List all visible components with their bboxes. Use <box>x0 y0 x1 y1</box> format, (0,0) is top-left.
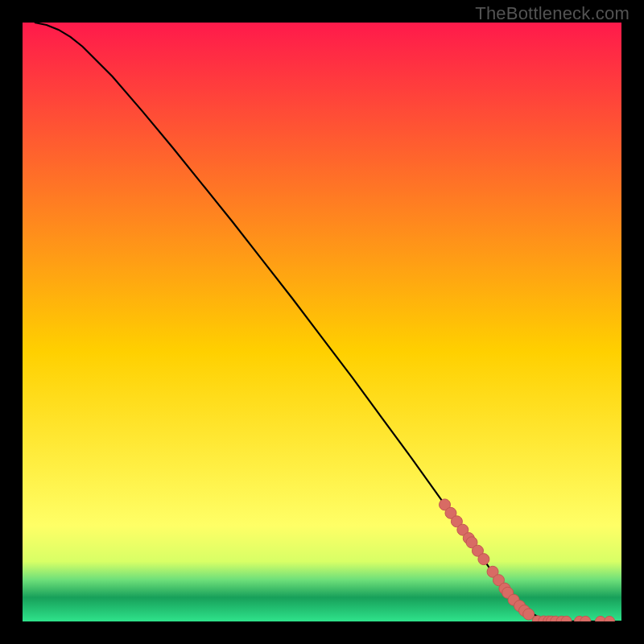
chart-frame: TheBottleneck.com <box>0 0 644 644</box>
plot-area <box>23 23 621 621</box>
data-marker <box>478 554 489 565</box>
data-marker <box>523 609 535 620</box>
gradient-background <box>23 23 621 621</box>
watermark-text: TheBottleneck.com <box>475 3 630 24</box>
chart-svg <box>23 23 621 621</box>
